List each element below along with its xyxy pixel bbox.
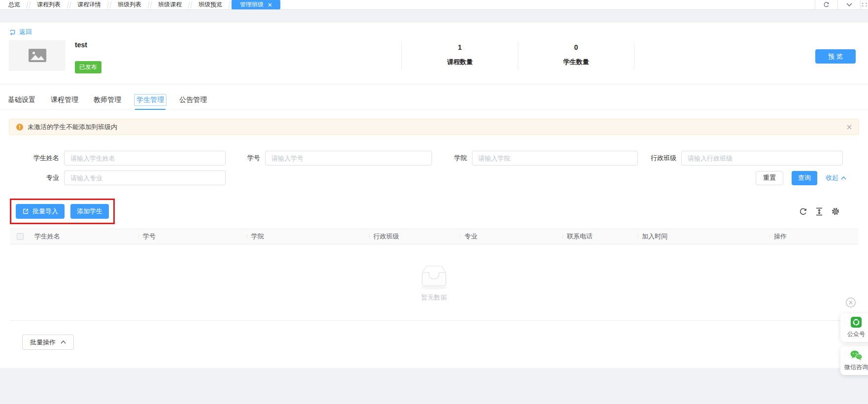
course-header: test 已发布 1 课程数量 0 学生数量 预 览 bbox=[0, 40, 868, 72]
tab-label: 课程列表 bbox=[37, 0, 61, 9]
chevron-up-icon bbox=[61, 340, 66, 344]
batch-import-label: 批量导入 bbox=[33, 207, 58, 216]
stat-student-count: 0 学生数量 bbox=[518, 41, 634, 70]
tab-label: 班级列表 bbox=[118, 0, 141, 9]
subtab-label: 基础设置 bbox=[8, 96, 35, 104]
stat-course-count: 1 课程数量 bbox=[402, 41, 518, 70]
collapse-label: 收起 bbox=[826, 173, 838, 182]
admin-class-input[interactable] bbox=[681, 151, 843, 166]
wechat-consult-label: 微信咨询 bbox=[844, 363, 868, 371]
screen: 总览 课程列表 课程详情 班级列表 班级课程 班级预览 管理班级 bbox=[0, 0, 868, 404]
wechat-consult-widget[interactable]: 微信咨询 bbox=[840, 346, 868, 375]
empty-inbox-icon bbox=[417, 263, 451, 290]
column-join-time: 加入时间 bbox=[638, 232, 770, 241]
refresh-icon[interactable] bbox=[799, 207, 807, 216]
subtab-label: 公告管理 bbox=[179, 96, 207, 104]
stat-label: 课程数量 bbox=[402, 58, 518, 67]
back-icon bbox=[9, 29, 16, 36]
batch-action-button[interactable]: 批量操作 bbox=[22, 335, 74, 350]
subtab-label: 学生管理 bbox=[134, 94, 167, 106]
alert-close-icon[interactable] bbox=[847, 125, 852, 130]
warning-icon bbox=[16, 124, 23, 131]
field-major: 专业 bbox=[9, 170, 226, 185]
field-student-name: 学生姓名 bbox=[9, 151, 226, 166]
tab-announcement-management[interactable]: 公告管理 bbox=[179, 90, 207, 109]
column-actions: 操作 bbox=[770, 232, 858, 241]
table-empty-state: 暂无数据 bbox=[10, 244, 858, 321]
stat-value: 0 bbox=[518, 43, 634, 51]
chevron-up-icon bbox=[841, 176, 846, 180]
status-badge: 已发布 bbox=[75, 61, 101, 73]
select-all-cell bbox=[10, 233, 31, 240]
tab-student-management-active[interactable]: 学生管理 bbox=[136, 90, 164, 109]
tab-manage-class-active[interactable]: 管理班级 bbox=[232, 0, 280, 9]
stat-value: 1 bbox=[402, 43, 518, 51]
add-student-button[interactable]: 添加学生 bbox=[70, 204, 109, 219]
window-tab-strip: 总览 课程列表 课程详情 班级列表 班级课程 班级预览 管理班级 bbox=[0, 0, 868, 10]
major-input[interactable] bbox=[64, 170, 226, 185]
tab-class-preview[interactable]: 班级预览 bbox=[190, 0, 231, 9]
tab-course-management[interactable]: 课程管理 bbox=[51, 90, 78, 109]
back-label: 返回 bbox=[19, 28, 32, 36]
tab-course-list[interactable]: 课程列表 bbox=[29, 0, 69, 9]
official-account-label: 公众号 bbox=[847, 330, 865, 338]
batch-action-label: 批量操作 bbox=[30, 338, 56, 347]
students-table: 学生姓名 学号 学院 行政班级 专业 联系电话 加入时间 操作 暂无数据 bbox=[10, 229, 858, 321]
management-tabs: 基础设置 课程管理 教师管理 学生管理 公告管理 bbox=[0, 90, 868, 110]
column-college: 学院 bbox=[247, 232, 369, 241]
field-label: 行政班级 bbox=[638, 154, 681, 163]
official-account-widget[interactable]: 公众号 bbox=[840, 313, 868, 342]
field-label: 学院 bbox=[432, 154, 472, 163]
column-student-id: 学号 bbox=[139, 232, 247, 241]
settings-gear-icon[interactable] bbox=[831, 207, 840, 216]
back-button[interactable]: 返回 bbox=[0, 23, 41, 36]
student-id-input[interactable] bbox=[265, 151, 432, 166]
search-button[interactable]: 查询 bbox=[792, 171, 817, 185]
field-student-id: 学号 bbox=[226, 151, 432, 166]
tab-label: 管理班级 bbox=[240, 0, 264, 9]
column-phone: 联系电话 bbox=[563, 232, 638, 241]
student-name-input[interactable] bbox=[64, 151, 226, 166]
tabbar-right-controls bbox=[815, 0, 868, 9]
add-student-label: 添加学生 bbox=[77, 207, 102, 216]
widget-close-icon[interactable] bbox=[845, 297, 856, 310]
annotation-red-box: 批量导入 添加学生 bbox=[10, 199, 115, 224]
column-admin-class: 行政班级 bbox=[369, 232, 461, 241]
reset-button[interactable]: 重置 bbox=[756, 171, 783, 185]
column-major: 专业 bbox=[461, 232, 563, 241]
wechat-icon bbox=[850, 350, 863, 361]
official-account-icon bbox=[851, 317, 862, 328]
close-tab-icon[interactable] bbox=[268, 3, 272, 7]
fullscreen-icon[interactable] bbox=[860, 0, 868, 9]
tab-class-course[interactable]: 班级课程 bbox=[150, 0, 190, 9]
field-college: 学院 bbox=[432, 151, 638, 166]
course-title: test bbox=[75, 41, 101, 49]
export-icon bbox=[22, 208, 29, 215]
tab-overview[interactable]: 总览 bbox=[0, 0, 29, 9]
empty-text: 暂无数据 bbox=[421, 293, 447, 302]
select-all-checkbox[interactable] bbox=[17, 233, 24, 240]
preview-button[interactable]: 预 览 bbox=[815, 49, 856, 64]
field-label: 学生姓名 bbox=[9, 154, 64, 163]
tab-class-list[interactable]: 班级列表 bbox=[109, 0, 150, 9]
college-input[interactable] bbox=[472, 151, 638, 166]
refresh-tab-icon[interactable] bbox=[815, 0, 837, 9]
row-height-icon[interactable] bbox=[815, 207, 823, 216]
stat-label: 学生数量 bbox=[518, 58, 634, 67]
subtab-label: 教师管理 bbox=[94, 96, 121, 104]
field-label: 专业 bbox=[9, 173, 64, 182]
collapse-link[interactable]: 收起 bbox=[826, 173, 846, 182]
chevron-down-icon[interactable] bbox=[837, 0, 860, 9]
tab-basic-settings[interactable]: 基础设置 bbox=[8, 90, 35, 109]
batch-import-button[interactable]: 批量导入 bbox=[16, 204, 65, 219]
table-toolbar: 批量导入 添加学生 bbox=[10, 199, 858, 224]
tab-course-detail[interactable]: 课程详情 bbox=[69, 0, 109, 9]
tab-label: 课程详情 bbox=[77, 0, 101, 9]
student-search-form: 学生姓名 学号 学院 行政班级 专业 bbox=[9, 151, 859, 185]
tab-label: 班级预览 bbox=[199, 0, 222, 9]
warning-banner: 未激活的学生不能添加到班级内 bbox=[9, 119, 859, 135]
subtab-label: 课程管理 bbox=[51, 96, 78, 104]
course-stats: 1 课程数量 0 学生数量 bbox=[401, 41, 634, 70]
tab-teacher-management[interactable]: 教师管理 bbox=[94, 90, 121, 109]
warning-message: 未激活的学生不能添加到班级内 bbox=[28, 123, 117, 132]
